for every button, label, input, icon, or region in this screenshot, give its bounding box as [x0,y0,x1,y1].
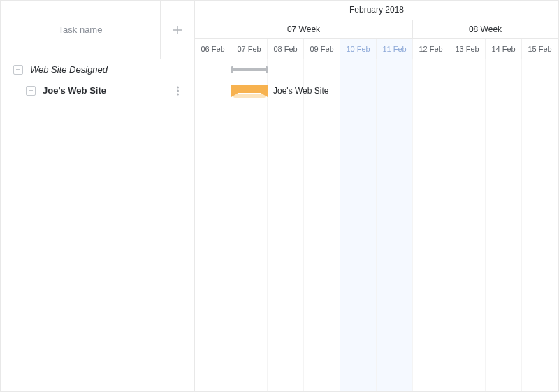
grid-column [304,59,340,391]
project-bar-cap [266,66,268,73]
day-cell: 10 Feb [340,39,377,59]
timeline-body[interactable]: Joe's Web Site [195,59,558,391]
week-row: 07 Week08 Week [195,20,558,40]
grid-column [231,59,268,391]
grid-column [268,59,304,391]
task-bar-main [231,85,268,93]
day-cell: 08 Feb [268,39,304,59]
timeline-header: February 2018 07 Week08 Week 06 Feb07 Fe… [195,1,558,59]
task-row[interactable]: Web Site Designed [1,59,194,80]
task-row[interactable]: Joe's Web Site [1,80,194,101]
grid-column [522,59,558,391]
task-label: Joe's Web Site [43,85,106,96]
day-cell: 14 Feb [486,39,522,59]
task-bar-label: Joe's Web Site [273,80,328,101]
grid-column [449,59,486,391]
collapse-icon[interactable] [13,65,23,75]
gantt-container: Task name Web Site Designed Joe's Web Si… [0,0,559,392]
task-name-column-header: Task name [1,1,161,59]
dot-icon [177,89,179,92]
plus-icon [173,25,182,35]
project-bar-line [231,68,268,71]
gantt-row[interactable] [195,59,558,80]
project-bar[interactable] [231,66,268,73]
collapse-icon[interactable] [26,86,36,96]
grid-columns [195,59,558,391]
task-list-header: Task name [1,1,194,59]
gantt-row[interactable]: Joe's Web Site [195,80,558,101]
month-label: February 2018 [195,1,558,20]
grid-column [413,59,449,391]
day-cell: 06 Feb [195,39,231,59]
task-list-panel: Task name Web Site Designed Joe's Web Si… [1,1,195,391]
day-cell: 13 Feb [449,39,486,59]
grid-column [340,59,377,391]
dot-icon [177,86,179,88]
task-bar[interactable] [231,85,268,97]
day-cell: 15 Feb [522,39,558,59]
gantt-rows: Joe's Web Site [195,59,558,101]
day-cell: 11 Feb [377,39,413,59]
week-cell: 07 Week [195,20,413,39]
task-label: Web Site Designed [30,64,108,75]
task-rows: Web Site Designed Joe's Web Site [1,59,194,391]
more-options-button[interactable] [174,83,182,98]
grid-column [195,59,231,391]
grid-column [377,59,413,391]
day-cell: 07 Feb [231,39,268,59]
week-cell: 08 Week [413,20,558,39]
timeline-panel: February 2018 07 Week08 Week 06 Feb07 Fe… [195,1,558,391]
day-cell: 09 Feb [304,39,340,59]
grid-column [486,59,522,391]
day-row: 06 Feb07 Feb08 Feb09 Feb10 Feb11 Feb12 F… [195,39,558,59]
add-column-button[interactable] [161,1,194,59]
dot-icon [177,93,179,95]
day-cell: 12 Feb [413,39,449,59]
